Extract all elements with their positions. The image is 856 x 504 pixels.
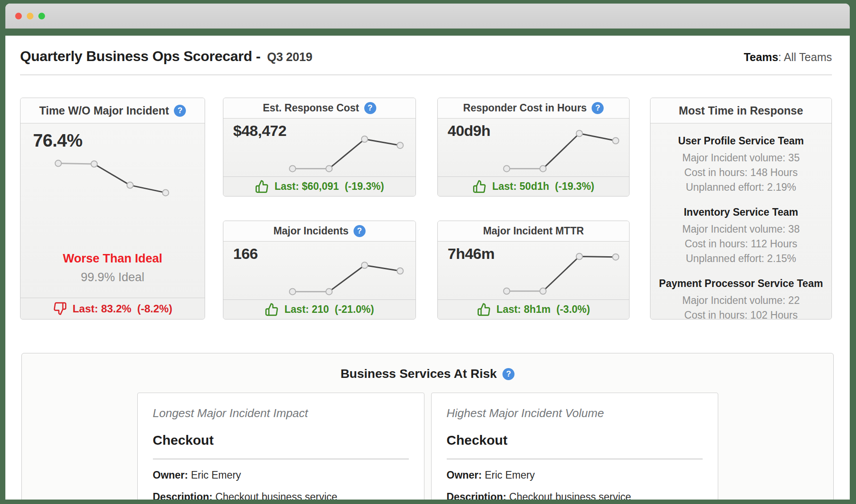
- team-block: Inventory Service Team Major Incident vo…: [650, 206, 831, 266]
- metric-title: Major Incident MTTR: [483, 225, 584, 237]
- metric-card-body: 166: [223, 242, 416, 299]
- window-titlebar: [5, 4, 850, 29]
- metric-title: Est. Response Cost: [263, 102, 359, 114]
- sparkline-chart: [21, 155, 205, 217]
- teams-filter-label: Teams: [744, 51, 778, 63]
- service-divider: [447, 459, 703, 459]
- delta-value: (-19.3%): [345, 180, 384, 193]
- help-icon[interactable]: ?: [174, 105, 186, 117]
- metric-title: Major Incidents: [273, 225, 349, 237]
- minimize-button[interactable]: [27, 13, 33, 20]
- risk-cards-row: Longest Major Incident Impact Checkout O…: [22, 393, 833, 500]
- metric-value: 76.4%: [33, 131, 82, 151]
- metric-card-header: Time W/O Major Incident ?: [21, 98, 205, 123]
- service-divider: [153, 459, 409, 459]
- team-cost: Cost in hours: 148 Hours: [650, 165, 831, 180]
- description-value: Checkout business service: [509, 491, 631, 500]
- status-text: Worse Than Ideal: [21, 252, 205, 266]
- metrics-column-3: Responder Cost in Hours ? 40d9h Last: 50…: [437, 98, 630, 320]
- risk-title-text: Business Services At Risk: [341, 367, 497, 381]
- panel-body: User Profile Service Team Major Incident…: [650, 123, 831, 320]
- team-effort: Unplanned effort: 2.19%: [650, 180, 831, 195]
- metric-title: Time W/O Major Incident: [39, 104, 169, 117]
- sparkline-chart: [438, 122, 629, 174]
- metric-card-est-response-cost: Est. Response Cost ? $48,472 Last: $60,0…: [223, 98, 416, 197]
- metric-title: Responder Cost in Hours: [463, 102, 587, 114]
- metric-card-body: $48,472: [223, 119, 416, 176]
- business-services-at-risk-section: Business Services At Risk ? Longest Majo…: [21, 353, 834, 500]
- owner-label: Owner:: [153, 469, 188, 481]
- metric-card-header: Major Incidents ?: [223, 221, 416, 242]
- last-value: Last: $60,091: [275, 180, 339, 193]
- accent-bar: [5, 29, 850, 36]
- team-name: User Profile Service Team: [650, 135, 831, 147]
- service-category: Highest Major Incident Volume: [447, 406, 703, 420]
- last-value: Last: 8h1m: [497, 303, 551, 316]
- team-block: Payment Processor Service Team Major Inc…: [650, 278, 831, 320]
- service-card-longest-impact: Longest Major Incident Impact Checkout O…: [137, 393, 424, 500]
- zoom-button[interactable]: [38, 13, 45, 20]
- service-name: Checkout: [447, 433, 703, 448]
- teams-filter-value: : All Teams: [778, 51, 832, 63]
- delta-value: (-3.0%): [556, 303, 590, 316]
- teams-filter[interactable]: Teams: All Teams: [744, 51, 832, 64]
- period-label: Q3 2019: [267, 50, 312, 64]
- sparkline-chart: [223, 245, 416, 297]
- delta-value: (-21.0%): [335, 303, 374, 316]
- metrics-row: Time W/O Major Incident ? 76.4% Worse Th…: [20, 98, 850, 320]
- help-icon[interactable]: ?: [502, 368, 514, 380]
- delta-value: (-19.3%): [555, 180, 594, 193]
- page-title: Quarterly Business Ops Scorecard - Q3 20…: [20, 48, 312, 65]
- app-window: Quarterly Business Ops Scorecard - Q3 20…: [5, 4, 850, 500]
- description-label: Description:: [153, 491, 213, 500]
- metric-card-footer: Last: $60,091 (-19.3%): [223, 176, 416, 196]
- metric-card-body: 7h46m: [438, 242, 629, 299]
- team-name: Payment Processor Service Team: [650, 278, 831, 290]
- metric-card-header: Responder Cost in Hours ?: [438, 98, 629, 119]
- metric-card-body: 40d9h: [438, 119, 629, 176]
- owner-row: Owner: Eric Emery: [153, 469, 409, 481]
- traffic-lights: [15, 13, 45, 20]
- metric-card-time-wo-major-incident: Time W/O Major Incident ? 76.4% Worse Th…: [20, 98, 205, 320]
- last-value: Last: 210: [284, 303, 329, 316]
- last-value: Last: 50d1h: [492, 180, 549, 193]
- service-category: Longest Major Incident Impact: [153, 406, 409, 420]
- help-icon[interactable]: ?: [592, 102, 604, 114]
- metrics-column-2: Est. Response Cost ? $48,472 Last: $60,0…: [223, 98, 416, 320]
- thumbs-up-icon: [473, 180, 486, 193]
- close-button[interactable]: [15, 13, 22, 20]
- page-header: Quarterly Business Ops Scorecard - Q3 20…: [20, 48, 832, 65]
- metric-card-footer: Last: 50d1h (-19.3%): [438, 176, 629, 196]
- team-volume: Major Incident volume: 38: [650, 222, 831, 237]
- owner-label: Owner:: [447, 469, 482, 481]
- owner-row: Owner: Eric Emery: [447, 469, 703, 481]
- owner-value: Eric Emery: [485, 469, 535, 481]
- help-icon[interactable]: ?: [364, 102, 376, 114]
- team-block: User Profile Service Team Major Incident…: [650, 135, 831, 195]
- metric-card-major-incidents: Major Incidents ? 166 Last: 210 (-21.0%): [223, 221, 416, 320]
- ideal-text: 99.9% Ideal: [21, 270, 205, 284]
- description-value: Checkout business service: [215, 491, 337, 500]
- metric-card-footer: Last: 83.2% (-8.2%): [21, 298, 205, 319]
- thumbs-up-icon: [255, 180, 269, 193]
- metric-card-major-incident-mttr: Major Incident MTTR 7h46m Last: 8h1m (-3…: [437, 221, 630, 320]
- help-icon[interactable]: ?: [354, 225, 366, 237]
- team-name: Inventory Service Team: [650, 206, 831, 218]
- metric-card-footer: Last: 210 (-21.0%): [223, 299, 416, 319]
- panel-header: Most Time in Response: [650, 98, 831, 123]
- metric-card-footer: Last: 8h1m (-3.0%): [438, 299, 629, 319]
- thumbs-up-icon: [477, 303, 491, 316]
- metric-card-header: Est. Response Cost ?: [223, 98, 416, 119]
- service-card-highest-volume: Highest Major Incident Volume Checkout O…: [431, 393, 718, 500]
- thumbs-up-icon: [265, 303, 279, 316]
- panel-title: Most Time in Response: [679, 104, 803, 117]
- team-cost: Cost in hours: 102 Hours: [650, 308, 831, 320]
- description-row: Description: Checkout business service: [447, 491, 703, 500]
- risk-section-title: Business Services At Risk ?: [22, 367, 833, 381]
- owner-value: Eric Emery: [191, 469, 241, 481]
- page-title-text: Quarterly Business Ops Scorecard -: [20, 48, 260, 64]
- metric-card-body: 76.4% Worse Than Ideal 99.9% Ideal: [21, 123, 205, 298]
- thumbs-down-icon: [53, 302, 67, 316]
- description-row: Description: Checkout business service: [153, 491, 409, 500]
- team-volume: Major Incident volume: 22: [650, 293, 831, 308]
